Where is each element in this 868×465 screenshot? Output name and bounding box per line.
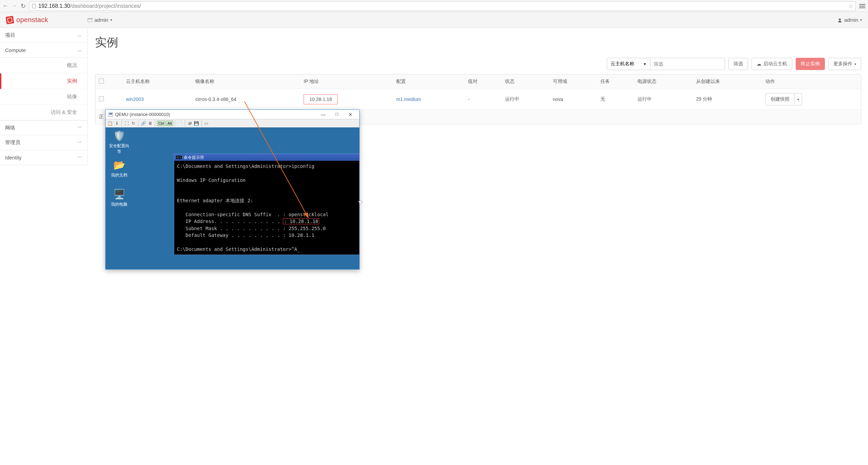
project-selector[interactable]: admin ▾ [88,17,112,23]
folder-icon: 📂 [113,159,125,165]
maximize-button[interactable]: ☐ [330,111,344,118]
bookmark-icon[interactable]: ☆ [848,2,853,10]
desktop-icon-docs[interactable]: 📂 我的文档 [109,159,129,165]
sidebar-label: 管理员 [5,139,20,146]
tb-icon[interactable]: 📋 [107,120,113,126]
col-az: 可用域 [549,74,597,89]
col-actions: 动作 [762,74,861,89]
filter-button[interactable]: 筛选 [728,58,748,70]
ctrl-key-button[interactable]: Ctrl [157,121,165,126]
forward-button[interactable]: → [12,3,17,9]
row-actions-dropdown[interactable]: ▾ [795,93,802,105]
app-header: openstack admin ▾ admin ▾ [0,12,868,28]
page-icon [32,4,36,8]
filter-type-label: 云主机名称 [611,61,634,67]
back-button[interactable]: ← [3,3,8,9]
sidebar-item-access[interactable]: 访问 & 安全 [0,105,87,120]
col-name: 云主机名称 [123,74,192,89]
terminate-instances-button[interactable]: 终止实例 [796,58,825,70]
page-title: 实例 [95,35,861,50]
svg-point-3 [839,18,841,20]
action-bar: 云主机名称 ▼ 筛选 ☁ 启动云主机 终止实例 更多操作 ▾ [95,58,861,70]
tb-icon[interactable]: 🖳 [187,120,193,126]
more-actions-button[interactable]: 更多操作 ▾ [828,58,861,70]
guest-desktop[interactable]: 🛡️ 安全配置向导 📂 我的文档 🖥️ 我的电脑 C:\ 命令提示符 C:\Do… [106,127,359,165]
brand-text: openstack [16,16,48,24]
cmd-title-text: 命令提示符 [184,155,204,160]
chevron-down-icon: ﹀ [77,155,82,161]
browser-menu-button[interactable] [859,4,865,8]
tb-icon[interactable]: 💾 [194,120,200,126]
cmd-titlebar[interactable]: C:\ 命令提示符 [174,154,359,161]
url-path: /dashboard/project/instances/ [70,3,141,9]
browser-toolbar: ← → ↻ 192.168.1.30/dashboard/project/ins… [0,0,868,12]
launch-instance-button[interactable]: ☁ 启动云主机 [752,58,792,70]
chevron-up-icon: ︿ [77,32,82,38]
col-flavor: 配置 [393,74,465,89]
table-header-row: 云主机名称 镜像名称 IP 地址 配置 值对 状态 可用域 任务 电源状态 从创… [95,74,861,89]
sidebar-section-compute[interactable]: Compute ︿ [0,43,87,58]
alt-key-button[interactable]: Alt [166,121,173,126]
chevron-down-icon: ﹀ [77,125,82,131]
task-cell: 无 [597,89,634,110]
caret-down-icon: ▾ [797,98,799,101]
create-snapshot-button[interactable]: 创建快照 [765,93,795,105]
svg-rect-1 [88,18,92,22]
brand[interactable]: openstack [0,16,88,24]
caret-down-icon: ▾ [860,18,862,22]
caret-down-icon: ▾ [854,62,856,66]
row-actions: 创建快照 ▾ [765,93,857,105]
tb-icon[interactable]: ⛶ [124,120,130,126]
filter-type-select[interactable]: 云主机名称 ▼ [607,58,650,70]
svg-rect-5 [109,113,112,115]
tb-icon[interactable]: 📄 [177,120,183,126]
keypair-cell: - [465,89,502,110]
sidebar-item-overview[interactable]: 概况 [0,58,87,73]
row-checkbox[interactable] [99,96,104,101]
table-row: win2003 cirros-0.3.4-x86_64 10.28.1.18 m… [95,89,861,110]
url-host: 192.168.1.30 [38,3,70,9]
sidebar-section-identity[interactable]: Identity ﹀ [0,150,87,165]
ip-cell: 10.28.1.18 [304,94,338,104]
col-power: 电源状态 [634,74,692,89]
wizard-icon: 🛡️ [113,130,125,142]
tb-icon[interactable]: ℹ [114,120,120,126]
az-cell: nova [549,89,597,110]
flavor-link[interactable]: m1.medium [396,97,421,102]
sidebar-item-images[interactable]: 镜像 [0,89,87,105]
close-button[interactable]: ✕ [344,111,357,118]
chevron-up-icon: ︿ [77,47,82,53]
qemu-title-text: QEMU (instance-00000010) [115,112,314,117]
tb-icon[interactable]: ▭ [203,120,210,126]
qemu-titlebar[interactable]: QEMU (instance-00000010) — ☐ ✕ [106,110,359,119]
address-bar[interactable]: 192.168.1.30/dashboard/project/instances… [29,1,856,11]
tb-icon[interactable]: ↻ [130,120,137,126]
uptime-cell: 29 分钟 [693,89,762,110]
user-name: admin [844,17,858,23]
sidebar-item-instances[interactable]: 实例 [0,73,87,89]
power-cell: 运行中 [634,89,692,110]
filter-input[interactable] [650,58,725,70]
minimize-button[interactable]: — [317,111,330,118]
cmd-window[interactable]: C:\ 命令提示符 C:\Documents and Settings\Admi… [174,154,360,165]
desktop-icon-wizard[interactable]: 🛡️ 安全配置向导 [109,130,129,155]
col-status: 状态 [502,74,549,89]
cmd-icon: C:\ [176,156,182,159]
select-all-checkbox[interactable] [99,79,104,84]
sidebar-section-network[interactable]: 网络 ﹀ [0,120,87,135]
user-menu[interactable]: admin ▾ [837,17,862,23]
sidebar-section-project[interactable]: 项目 ︿ [0,28,87,43]
sidebar-label: Compute [5,47,26,53]
qemu-icon [108,112,113,117]
tb-icon[interactable]: 🖥 [147,120,153,126]
status-cell: 运行中 [502,89,549,110]
instance-name-link[interactable]: win2003 [126,97,144,102]
tb-icon[interactable]: 🔗 [140,120,146,126]
reload-button[interactable]: ↻ [20,3,26,9]
sidebar-section-admin[interactable]: 管理员 ﹀ [0,135,87,150]
select-all-cell [95,74,123,89]
col-task: 任务 [597,74,634,89]
cmd-output: C:\Documents and Settings\Administrator>… [174,161,359,165]
caret-down-icon: ▾ [110,18,112,22]
col-image: 镜像名称 [192,74,300,89]
